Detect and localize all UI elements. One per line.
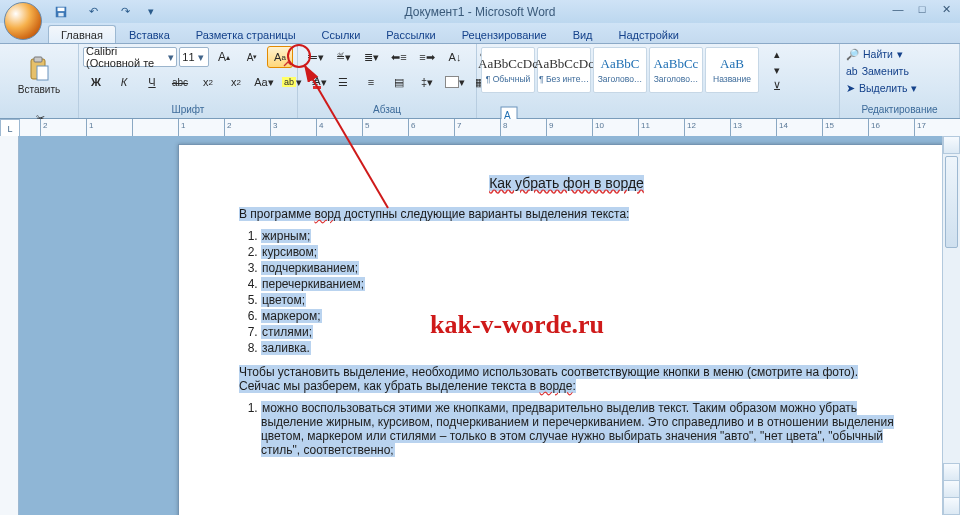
svg-rect-1 <box>58 7 65 11</box>
underline-button[interactable]: Ч <box>139 71 165 93</box>
justify-button[interactable]: ▤ <box>386 71 412 93</box>
shrink-font-button[interactable]: A▾ <box>239 46 265 68</box>
style-item-0[interactable]: AaBbCcDc¶ Обычный <box>481 47 535 93</box>
tab-вставка[interactable]: Вставка <box>116 25 183 43</box>
list-item: цветом; <box>261 293 894 307</box>
bullets-button[interactable]: ≔▾ <box>302 46 328 68</box>
styles-more[interactable]: ⊻ <box>764 78 790 94</box>
tab-надстройки[interactable]: Надстройки <box>606 25 692 43</box>
doc-para-2: Чтобы установить выделение, необходимо и… <box>239 365 894 393</box>
font-size-combo[interactable]: 11▾ <box>179 47 209 67</box>
qat-undo-icon[interactable]: ↶ <box>80 4 106 20</box>
tab-рецензирование[interactable]: Рецензирование <box>449 25 560 43</box>
tab-разметка страницы[interactable]: Разметка страницы <box>183 25 309 43</box>
list-item: можно воспользоваться этими же кнопками,… <box>261 401 894 457</box>
paste-button[interactable]: Вставить <box>14 46 64 104</box>
style-item-4[interactable]: AaBНазвание <box>705 47 759 93</box>
italic-button[interactable]: К <box>111 71 137 93</box>
scroll-up-button[interactable] <box>943 136 960 154</box>
qat-dropdown-icon[interactable]: ▾ <box>144 5 158 19</box>
list-item: курсивом; <box>261 245 894 259</box>
list-item: заливка. <box>261 341 894 355</box>
tab-главная[interactable]: Главная <box>48 25 116 43</box>
paragraph-group-label: Абзац <box>302 103 472 117</box>
doc-heading: Как убрать фон в ворде <box>239 175 894 191</box>
horizontal-ruler[interactable]: 211234567891011121314151617 <box>20 119 960 137</box>
styles-row-up[interactable]: ▴ <box>764 46 790 62</box>
doc-para-1: В программе ворд доступны следующие вари… <box>239 207 894 221</box>
vertical-ruler[interactable] <box>0 136 19 515</box>
tab-ссылки[interactable]: Ссылки <box>309 25 374 43</box>
bold-button[interactable]: Ж <box>83 71 109 93</box>
style-item-3[interactable]: AaBbCcЗаголово… <box>649 47 703 93</box>
binoculars-icon: 🔎 <box>846 48 859 61</box>
styles-row-down[interactable]: ▾ <box>764 62 790 78</box>
increase-indent-button[interactable]: ≡➡ <box>414 46 440 68</box>
find-button[interactable]: 🔎Найти ▾ <box>844 46 919 62</box>
font-group-label: Шрифт <box>83 103 293 117</box>
office-button[interactable] <box>4 2 42 40</box>
replace-button[interactable]: abЗаменить <box>844 63 919 79</box>
line-spacing-button[interactable]: ‡▾ <box>414 71 440 93</box>
font-name-combo[interactable]: Calibri (Основной те▾ <box>83 47 177 67</box>
next-page-button[interactable] <box>943 497 960 515</box>
close-button[interactable]: ✕ <box>938 3 954 16</box>
sort-button[interactable]: A↓ <box>442 46 468 68</box>
list-item: перечеркиванием; <box>261 277 894 291</box>
replace-icon: ab <box>846 65 858 77</box>
editing-group-label: Редактирование <box>844 103 955 117</box>
list-item: жирным; <box>261 229 894 243</box>
watermark-text: kak-v-worde.ru <box>430 310 604 340</box>
qat-redo-icon[interactable]: ↷ <box>112 4 138 20</box>
decrease-indent-button[interactable]: ⬅≡ <box>386 46 412 68</box>
svg-rect-5 <box>37 66 48 80</box>
maximize-button[interactable]: □ <box>914 3 930 16</box>
align-left-button[interactable]: ≡ <box>302 71 328 93</box>
align-right-button[interactable]: ≡ <box>358 71 384 93</box>
select-button[interactable]: ➤Выделить ▾ <box>844 80 919 96</box>
minimize-button[interactable]: — <box>890 3 906 16</box>
shading-button[interactable]: ▾ <box>442 71 468 93</box>
scroll-down-button[interactable] <box>943 463 960 481</box>
strike-button[interactable]: abc <box>167 71 193 93</box>
list-item: подчеркиванием; <box>261 261 894 275</box>
superscript-button[interactable]: x2 <box>223 71 249 93</box>
scroll-thumb[interactable] <box>945 156 958 248</box>
cursor-icon: ➤ <box>846 82 855 94</box>
multilevel-button[interactable]: ≣▾ <box>358 46 384 68</box>
grow-font-button[interactable]: A▴ <box>211 46 237 68</box>
style-item-1[interactable]: AaBbCcDc¶ Без инте… <box>537 47 591 93</box>
qat-save-icon[interactable] <box>48 4 74 20</box>
svg-rect-4 <box>34 57 42 62</box>
style-item-2[interactable]: AaBbCЗаголово… <box>593 47 647 93</box>
vertical-scrollbar[interactable] <box>942 136 960 515</box>
align-center-button[interactable]: ☰ <box>330 71 356 93</box>
subscript-button[interactable]: x2 <box>195 71 221 93</box>
tab-вид[interactable]: Вид <box>560 25 606 43</box>
clear-formatting-button[interactable]: Aa <box>267 46 293 68</box>
numbering-button[interactable]: ≝▾ <box>330 46 356 68</box>
tab-рассылки[interactable]: Рассылки <box>373 25 448 43</box>
change-case-button[interactable]: Aa▾ <box>251 71 277 93</box>
svg-rect-2 <box>58 12 63 16</box>
prev-page-button[interactable] <box>943 480 960 498</box>
paste-label: Вставить <box>18 84 60 95</box>
